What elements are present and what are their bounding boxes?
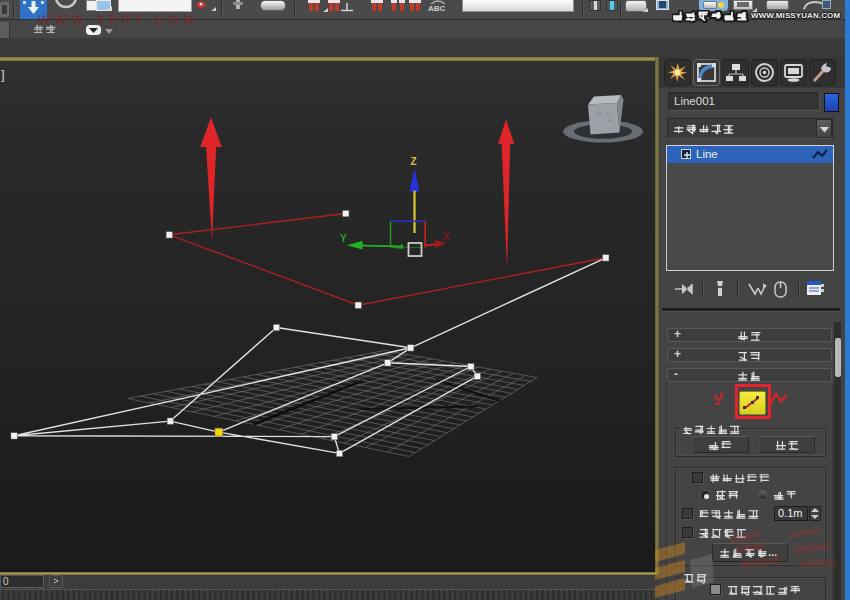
svg-text:Z: Z [411, 155, 417, 166]
svg-text:X: X [443, 230, 450, 241]
svg-text:Y: Y [340, 232, 347, 243]
svg-text:]: ] [1, 66, 5, 81]
